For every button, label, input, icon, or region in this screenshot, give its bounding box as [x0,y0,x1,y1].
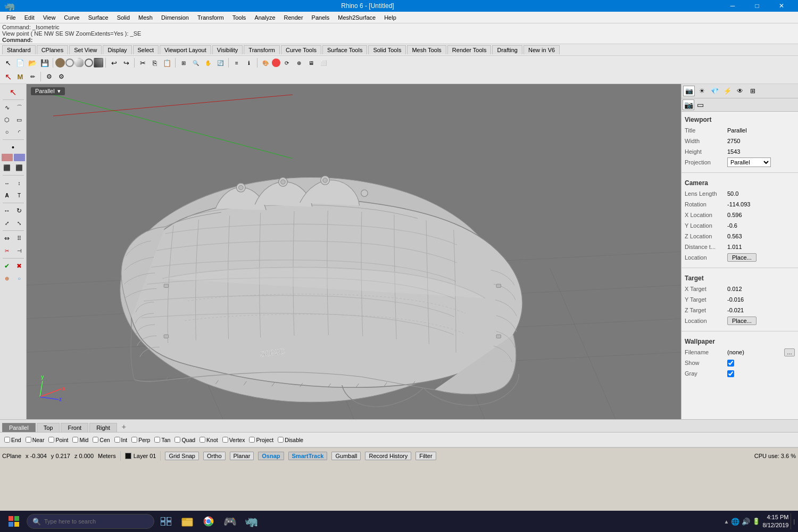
lt-solid1[interactable]: ⬛ [2,162,13,173]
tb-target[interactable]: ⊕ [293,57,305,69]
tb-zoom-ext[interactable]: ⊞ [178,57,189,69]
lt-move[interactable]: ↔ [2,205,13,217]
menu-view[interactable]: View [39,13,60,22]
tab-new-in-v6[interactable]: New in V6 [523,45,560,54]
menu-tools[interactable]: Tools [228,13,251,22]
start-button[interactable] [3,511,24,532]
snap-near-checkbox[interactable] [26,437,31,443]
lt-select[interactable]: ↖ [2,86,25,98]
status-gumball-btn[interactable]: Gumball [331,452,361,460]
systray-network-icon[interactable]: 🌐 [731,518,739,526]
tb-render[interactable]: 🎨 [260,57,271,69]
snap-cen-checkbox[interactable] [93,437,98,443]
tab-setview[interactable]: Set View [69,45,102,54]
tb-paste[interactable]: 📋 [161,57,173,69]
tb-shaded[interactable] [74,58,84,68]
minimize-button[interactable]: ─ [720,0,745,12]
lt-rect[interactable]: ▭ [14,114,25,126]
tb2-settings[interactable]: ⚙ [43,71,55,82]
tb-layer[interactable]: ≡ [231,57,243,69]
status-layer[interactable]: Layer 01 [134,453,156,459]
lt-arc[interactable]: ◜ [14,126,25,138]
taskbar-search[interactable]: 🔍 [27,514,154,529]
viewport-projection-select[interactable]: Parallel Perspective [727,157,771,167]
tb-cut[interactable]: ✂ [137,57,148,69]
tab-solid-tools[interactable]: Solid Tools [368,45,406,54]
viewport[interactable]: Parallel ▾ [27,84,681,419]
lt-scale1[interactable]: ⤢ [2,217,13,229]
lt-point[interactable]: • [2,142,25,153]
lt-solid2[interactable]: ⬛ [14,162,25,173]
vp-tab-right[interactable]: Right [89,423,117,432]
status-ortho-btn[interactable]: Ortho [203,452,226,460]
snap-quad-checkbox[interactable] [174,437,180,443]
lt-dimension1[interactable]: ↔ [2,177,13,189]
panel-mode-camera-icon[interactable]: 📷 [683,99,694,110]
status-smarttrack-btn[interactable]: SmartTrack [288,452,328,460]
snap-perp-checkbox[interactable] [131,437,137,443]
lt-gumball[interactable]: ⊕ [2,272,13,284]
menu-file[interactable]: File [2,13,20,22]
vp-tab-parallel[interactable]: Parallel [2,423,36,432]
lt-polygon[interactable]: ⬡ [2,114,13,126]
tb-snap[interactable] [272,59,280,67]
lt-rotate[interactable]: ↻ [14,205,25,217]
lt-array[interactable]: ⠿ [14,232,25,244]
panel-icon-eye[interactable]: 👁 [734,86,746,96]
taskbar-chrome[interactable] [199,512,218,531]
tb-undo[interactable]: ↩ [108,57,120,69]
lt-mirror[interactable]: ⇔ [2,232,13,244]
taskbar-rhino[interactable]: 🦏 [242,512,261,531]
menu-curve[interactable]: Curve [60,13,84,22]
lt-x[interactable]: ✖ [14,260,25,272]
snap-end-checkbox[interactable] [4,437,10,443]
tb-sphere[interactable] [55,58,65,68]
lt-extend[interactable]: ⊣ [14,245,25,256]
panel-icon-camera[interactable]: 📷 [683,86,695,96]
tb-properties[interactable]: ℹ [243,57,255,69]
wallpaper-show-checkbox[interactable] [727,360,734,367]
status-planar-btn[interactable]: Planar [230,452,254,460]
tb-wireframe[interactable] [85,59,93,67]
tb-new[interactable]: 📄 [14,57,26,69]
lt-check[interactable]: ✔ [2,260,13,272]
tab-mesh-tools[interactable]: Mesh Tools [407,45,446,54]
tb-cube[interactable]: ⬜ [318,57,329,69]
menu-solid[interactable]: Solid [113,13,134,22]
panel-icon-sun[interactable]: ☀ [696,86,708,96]
systray-volume-icon[interactable]: 🔊 [742,518,750,526]
tb2-gear[interactable]: ⚙ [55,71,67,82]
snap-vertex-checkbox[interactable] [222,437,228,443]
menu-mesh2surface[interactable]: Mesh2Surface [334,13,380,22]
tb-zoom[interactable]: 🔍 [190,57,202,69]
tb-pointer[interactable]: ↖ [2,57,14,69]
tb-render-view[interactable] [94,58,103,68]
tab-drafting[interactable]: Drafting [492,45,522,54]
lt-surface2[interactable] [14,154,25,161]
tab-standard[interactable]: Standard [2,45,36,54]
tab-visibility[interactable]: Visibility [212,45,243,54]
wallpaper-browse-button[interactable]: … [784,348,795,356]
status-osnap-btn[interactable]: Osnap [258,452,284,460]
snap-project-checkbox[interactable] [249,437,255,443]
menu-dimension[interactable]: Dimension [157,13,193,22]
menu-transform[interactable]: Transform [193,13,228,22]
snap-tan-checkbox[interactable] [154,437,160,443]
panel-icon-lightning[interactable]: ⚡ [721,86,733,96]
tb-circle[interactable] [65,59,74,67]
menu-edit[interactable]: Edit [20,13,39,22]
viewport-projection-dropdown[interactable]: Parallel Perspective [727,157,771,167]
taskbar-explorer[interactable] [178,512,197,531]
tab-transform[interactable]: Transform [244,45,280,54]
tb2-pencil[interactable]: ✏ [27,71,38,82]
status-gridsnap-btn[interactable]: Grid Snap [165,452,199,460]
tb-pan[interactable]: ✋ [202,57,214,69]
tab-curve-tools[interactable]: Curve Tools [281,45,321,54]
target-place-button[interactable]: Place... [727,317,757,325]
menu-help[interactable]: Help [380,13,401,22]
lt-dimension2[interactable]: ↕ [14,177,25,189]
snap-mid-checkbox[interactable] [72,437,78,443]
tb2-m[interactable]: M [14,71,26,82]
taskbar-taskview[interactable] [156,512,176,531]
menu-panels[interactable]: Panels [307,13,334,22]
